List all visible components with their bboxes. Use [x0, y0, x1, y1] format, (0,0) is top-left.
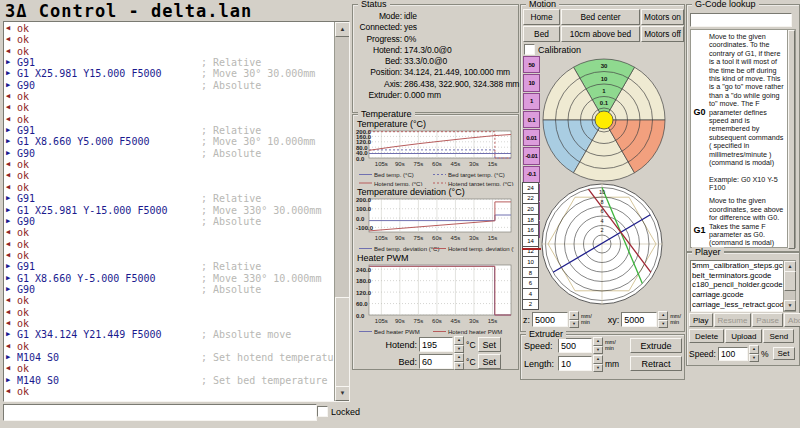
scrollbar-thumb[interactable] [788, 30, 795, 249]
gcode-entry-description: Move to the given coordinates. To the co… [708, 30, 788, 194]
console-log[interactable]: ◀ok◀ok◀ok▶G91; Relative▶G1 X25.981 Y15.0… [3, 21, 350, 402]
console-scrollbar[interactable]: ▲ ▼ [334, 22, 349, 401]
z-step-button--0.1[interactable]: -0.1 [523, 166, 540, 183]
svg-text:0.0: 0.0 [356, 313, 365, 319]
scroll-down-icon[interactable]: ▼ [335, 386, 350, 401]
player-upload-button[interactable]: Upload [725, 329, 762, 343]
gcode-table-scrollbar[interactable] [787, 29, 796, 248]
file-list-scrollbar[interactable]: ▲ ▼ [783, 260, 796, 312]
bed-temp-input[interactable] [419, 354, 453, 369]
received-arrow-icon: ◀ [6, 91, 17, 102]
received-arrow-icon: ◀ [6, 307, 17, 318]
stepper-down-icon[interactable]: ▼ [593, 364, 603, 373]
locked-checkbox[interactable] [317, 406, 328, 417]
stepper-down-icon[interactable]: ▼ [454, 345, 464, 354]
home-button[interactable]: Home [523, 9, 560, 25]
scroll-down-icon[interactable]: ▼ [784, 300, 796, 311]
xy-jog-wheel[interactable]: 301010.1 [541, 57, 667, 183]
console-line: ◀ok [6, 102, 334, 113]
player-delete-button[interactable]: Delete [689, 329, 724, 343]
stepper-down-icon[interactable]: ▼ [454, 362, 464, 371]
gcode-entries-table[interactable]: G0Move to the given coordinates. To the … [690, 29, 789, 248]
z-step-button-1[interactable]: 1 [523, 93, 540, 110]
stepper-down-icon[interactable]: ▼ [569, 320, 579, 329]
console-line: ▶G1 X25.981 Y15.000 F5000; Move 30° 30.0… [6, 68, 334, 79]
extruder-speed-label: Speed: [524, 341, 558, 351]
stepper-up-icon[interactable]: ▲ [593, 337, 603, 346]
command-input[interactable] [3, 404, 317, 421]
extruder-length-input[interactable] [558, 356, 592, 371]
z-feed-input[interactable] [532, 312, 568, 327]
console-comment: ; Absolute [201, 284, 261, 295]
z-step-button-0.01[interactable]: 0.01 [523, 129, 540, 146]
stepper-down-icon[interactable]: ▼ [593, 346, 603, 355]
player-send-button[interactable]: Send [763, 329, 794, 343]
stepper-up-icon[interactable]: ▲ [658, 311, 668, 320]
z-step-button--0.01[interactable]: -0.01 [523, 147, 540, 164]
status-row: Mode:idle [355, 11, 516, 22]
z-step-button-0.1[interactable]: 0.1 [523, 111, 540, 128]
svg-text:Bed temp. deviation (°C): Bed temp. deviation (°C) [374, 246, 439, 252]
file-list-item[interactable]: 5mm_calibration_steps.gcode [691, 261, 783, 271]
z-feed-stepper[interactable]: ▲▼ [569, 311, 579, 328]
stepper-up-icon[interactable]: ▲ [749, 345, 759, 354]
10cm-above-bed-button[interactable]: 10cm above bed [561, 26, 640, 42]
gcode-entry[interactable]: G1Move to the given coordinates, see abo… [691, 194, 788, 248]
file-list-item[interactable]: c180_pencil_holder.gcode [691, 280, 783, 290]
stepper-up-icon[interactable]: ▲ [454, 353, 464, 362]
xy-feed-stepper[interactable]: ▲▼ [658, 311, 668, 328]
bed-button[interactable]: Bed [523, 26, 560, 42]
z-step-button-50[interactable]: 50 [523, 56, 540, 73]
bed-set-button[interactable]: Set [478, 354, 502, 369]
file-list-item[interactable]: carriage_less_retract.gcode [691, 300, 783, 310]
gcode-search-input[interactable] [690, 13, 792, 27]
player-speed-set-button[interactable]: Set [773, 347, 795, 360]
hotend-set-button[interactable]: Set [478, 337, 502, 352]
svg-text:90s: 90s [395, 318, 405, 324]
player-speed-input[interactable] [718, 347, 748, 361]
gcode-entry[interactable]: G0Move to the given coordinates. To the … [691, 30, 788, 194]
extrude-button[interactable]: Extrude [630, 338, 682, 353]
hotend-label: Hotend: [355, 340, 417, 350]
stepper-down-icon[interactable]: ▼ [749, 354, 759, 363]
bed-temp-stepper[interactable]: ▲▼ [454, 353, 464, 370]
svg-text:75s: 75s [414, 318, 424, 324]
z-scale: 24222018161412108642 [522, 182, 539, 309]
heater-pwm-chart: 0.060.0120.0180.0240.0105s90s75s60s45s30… [355, 264, 514, 335]
console-line: ▶G90; Absolute [6, 284, 334, 295]
z-step-button-10[interactable]: 10 [523, 74, 540, 91]
bed-label: Bed: [355, 357, 417, 367]
scroll-up-icon[interactable]: ▲ [335, 22, 350, 37]
console-line: ▶G1 X8.660 Y-5.000 F5000; Move 330° 10.0… [6, 273, 334, 284]
hotend-temp-stepper[interactable]: ▲▼ [454, 336, 464, 353]
calibration-checkbox[interactable] [524, 44, 535, 55]
bed-center-button[interactable]: Bed center [561, 9, 640, 25]
motors-off-button[interactable]: Motors off [641, 26, 684, 42]
file-list-item[interactable]: carriage.gcode [691, 290, 783, 300]
console-line: ▶M140 S0; Set bed temperature [6, 375, 334, 386]
player-pause-button: Pause [752, 313, 783, 327]
stepper-down-icon[interactable]: ▼ [658, 320, 668, 329]
xy-feed-input[interactable] [621, 312, 657, 327]
player-play-button[interactable]: Play [689, 313, 713, 327]
console-command: G90 [17, 148, 201, 159]
player-speed-stepper[interactable]: ▲▼ [749, 345, 759, 362]
extruder-speed-stepper[interactable]: ▲▼ [593, 337, 603, 354]
stepper-up-icon[interactable]: ▲ [569, 311, 579, 320]
status-row: Hotend:174.3/0.0@0 [355, 45, 516, 56]
stepper-up-icon[interactable]: ▲ [593, 355, 603, 364]
file-list-item[interactable]: belt_terminators.gcode [691, 271, 783, 281]
scrollbar-thumb[interactable] [784, 271, 796, 291]
console-command: G91 [17, 193, 201, 204]
motors-on-button[interactable]: Motors on [641, 9, 684, 25]
gcode-file-list[interactable]: 5mm_calibration_steps.gcodebelt_terminat… [690, 260, 784, 312]
stepper-up-icon[interactable]: ▲ [454, 336, 464, 345]
svg-text:15s: 15s [488, 161, 498, 167]
extruder-length-stepper[interactable]: ▲▼ [593, 355, 603, 372]
retract-button[interactable]: Retract [630, 356, 682, 371]
hotend-temp-input[interactable] [419, 337, 453, 352]
extruder-speed-input[interactable] [558, 338, 592, 353]
scrollbar-thumb[interactable] [335, 297, 350, 387]
bed-unit: °C [466, 357, 476, 367]
received-arrow-icon: ◀ [6, 34, 17, 45]
